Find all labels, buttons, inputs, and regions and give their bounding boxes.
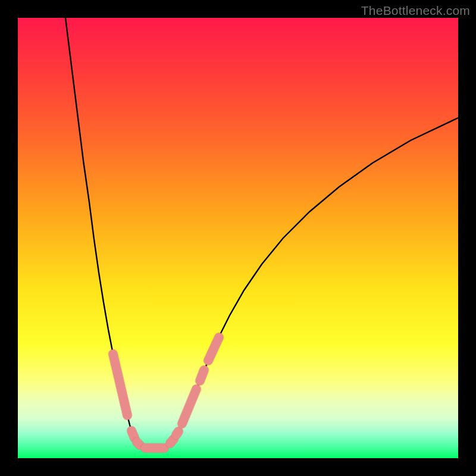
marker-group xyxy=(113,337,219,448)
curve-marker xyxy=(176,431,178,435)
plot-area xyxy=(18,18,458,458)
bottleneck-curve xyxy=(18,18,458,458)
curve-marker xyxy=(200,370,204,381)
curve-marker xyxy=(137,442,140,445)
curve-marker xyxy=(208,337,219,361)
watermark-text: TheBottleneck.com xyxy=(361,4,470,18)
chart-frame: TheBottleneck.com xyxy=(0,0,476,476)
curve-marker xyxy=(170,439,174,443)
curve-marker xyxy=(131,431,134,438)
